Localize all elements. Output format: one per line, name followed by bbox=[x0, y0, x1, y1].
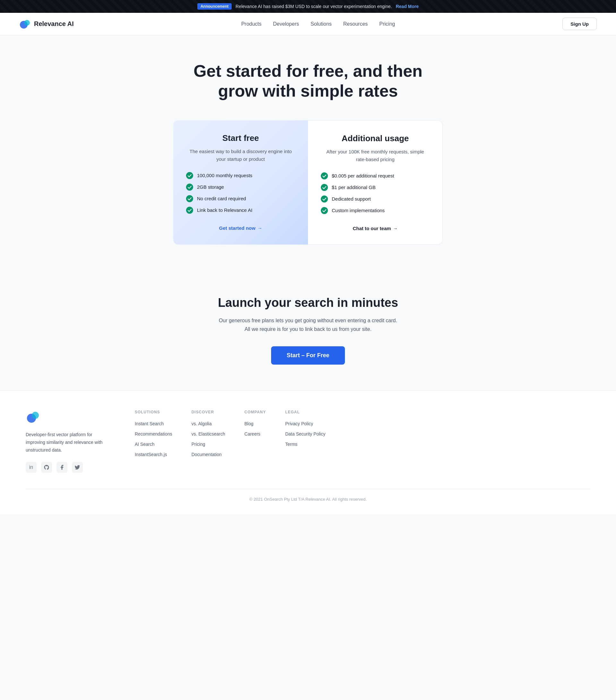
footer-link-pricing[interactable]: Pricing bbox=[191, 442, 205, 447]
check-icon bbox=[321, 172, 328, 179]
signup-button[interactable]: Sign Up bbox=[563, 18, 597, 30]
free-card-title: Start free bbox=[186, 133, 295, 143]
svg-point-8 bbox=[321, 196, 328, 202]
footer-bottom: © 2021 OnSearch Pty Ltd T/A Relevance AI… bbox=[26, 489, 590, 502]
free-features: 100,000 monthly requests 2GB storage No … bbox=[186, 172, 295, 214]
footer-link-instant-search[interactable]: Instant Search bbox=[135, 421, 164, 426]
footer-columns: Solutions Instant Search Recommendations… bbox=[135, 410, 590, 473]
svg-point-4 bbox=[186, 195, 193, 202]
nav-developers[interactable]: Developers bbox=[273, 21, 299, 27]
paid-feature-1: $0.005 per additional request bbox=[321, 172, 430, 179]
footer-col-legal: Legal Privacy Policy Data Security Polic… bbox=[285, 410, 325, 473]
footer-link-careers[interactable]: Careers bbox=[244, 432, 261, 437]
footer-link-documentation[interactable]: Documentation bbox=[191, 452, 222, 457]
footer: Developer-first vector platform for impr… bbox=[0, 390, 616, 514]
nav-links: Products Developers Solutions Resources … bbox=[241, 21, 395, 27]
footer-link-ai-search[interactable]: AI Search bbox=[135, 442, 154, 447]
svg-point-5 bbox=[186, 207, 193, 214]
social-links: in bbox=[26, 462, 109, 473]
check-icon bbox=[186, 184, 193, 191]
pricing-cards: Start free The easiest way to build a di… bbox=[164, 120, 452, 245]
svg-point-11 bbox=[32, 412, 39, 419]
footer-col-solutions-heading: Solutions bbox=[135, 410, 172, 414]
footer-col-solutions: Solutions Instant Search Recommendations… bbox=[135, 410, 172, 473]
github-icon[interactable] bbox=[41, 462, 52, 473]
footer-brand: Developer-first vector platform for impr… bbox=[26, 410, 109, 473]
start-for-free-button[interactable]: Start – For Free bbox=[271, 346, 344, 365]
nav-pricing[interactable]: Pricing bbox=[379, 21, 395, 27]
free-feature-3: No credit card required bbox=[186, 195, 295, 202]
check-icon bbox=[186, 195, 193, 202]
announcement-bar: Announcement Relevance AI has raised $3M… bbox=[0, 0, 616, 13]
footer-col-company-heading: Company bbox=[244, 410, 266, 414]
navbar: Relevance AI Products Developers Solutio… bbox=[0, 13, 616, 35]
launch-description: Our generous free plans lets you get goi… bbox=[218, 316, 398, 334]
linkedin-icon[interactable]: in bbox=[26, 462, 37, 473]
footer-link-terms[interactable]: Terms bbox=[285, 442, 298, 447]
footer-top: Developer-first vector platform for impr… bbox=[26, 410, 590, 473]
check-icon bbox=[321, 184, 328, 191]
paid-card: Additional usage After your 100K free mo… bbox=[308, 120, 443, 245]
nav-solutions[interactable]: Solutions bbox=[311, 21, 332, 27]
nav-products[interactable]: Products bbox=[241, 21, 262, 27]
svg-point-2 bbox=[186, 172, 193, 179]
free-card: Start free The easiest way to build a di… bbox=[173, 120, 308, 245]
footer-col-company: Company Blog Careers bbox=[244, 410, 266, 473]
footer-col-legal-heading: Legal bbox=[285, 410, 325, 414]
footer-link-blog[interactable]: Blog bbox=[244, 421, 253, 426]
footer-col-discover-heading: Discover bbox=[191, 410, 225, 414]
check-icon bbox=[321, 196, 328, 202]
footer-col-discover: Discover vs. Algolia vs. Elasticsearch P… bbox=[191, 410, 225, 473]
paid-feature-4: Custom implementations bbox=[321, 207, 430, 214]
facebook-icon[interactable] bbox=[56, 462, 67, 473]
announcement-text: Relevance AI has raised $3M USD to scale… bbox=[236, 4, 392, 9]
footer-tagline: Developer-first vector platform for impr… bbox=[26, 431, 109, 454]
footer-link-vs-elasticsearch[interactable]: vs. Elasticsearch bbox=[191, 432, 225, 437]
free-feature-2: 2GB storage bbox=[186, 184, 295, 191]
launch-title: Launch your search in minutes bbox=[7, 296, 609, 310]
hero-section: Get started for free, and then grow with… bbox=[0, 35, 616, 264]
hero-title: Get started for free, and then grow with… bbox=[186, 61, 430, 101]
footer-link-instantsearchjs[interactable]: InstantSearch.js bbox=[135, 452, 167, 457]
check-icon bbox=[321, 207, 328, 214]
free-feature-4: Link back to Relevance AI bbox=[186, 207, 295, 214]
launch-section: Launch your search in minutes Our genero… bbox=[0, 264, 616, 390]
paid-feature-2: $1 per additional GB bbox=[321, 184, 430, 191]
get-started-link[interactable]: Get started now → bbox=[219, 225, 262, 231]
copyright-text: © 2021 OnSearch Pty Ltd T/A Relevance AI… bbox=[249, 497, 367, 502]
announcement-link[interactable]: Read More bbox=[395, 4, 419, 9]
footer-link-recommendations[interactable]: Recommendations bbox=[135, 432, 172, 437]
footer-link-vs-algolia[interactable]: vs. Algolia bbox=[191, 421, 212, 426]
svg-point-6 bbox=[321, 172, 328, 179]
free-card-description: The easiest way to build a discovery eng… bbox=[186, 148, 295, 163]
svg-point-7 bbox=[321, 184, 328, 191]
chat-team-link[interactable]: Chat to our team → bbox=[353, 226, 398, 231]
paid-card-title: Additional usage bbox=[321, 134, 430, 143]
footer-link-data-security[interactable]: Data Security Policy bbox=[285, 432, 325, 437]
svg-point-1 bbox=[24, 20, 30, 26]
footer-logo-icon bbox=[26, 410, 40, 424]
svg-point-9 bbox=[321, 207, 328, 214]
paid-feature-3: Dedicated support bbox=[321, 196, 430, 202]
nav-resources[interactable]: Resources bbox=[343, 21, 368, 27]
check-icon bbox=[186, 172, 193, 179]
svg-point-3 bbox=[186, 184, 193, 191]
twitter-icon[interactable] bbox=[72, 462, 83, 473]
logo-icon bbox=[19, 18, 31, 30]
check-icon bbox=[186, 207, 193, 214]
footer-logo bbox=[26, 410, 109, 425]
free-feature-1: 100,000 monthly requests bbox=[186, 172, 295, 179]
footer-link-privacy[interactable]: Privacy Policy bbox=[285, 421, 313, 426]
announcement-badge: Announcement bbox=[197, 3, 231, 10]
paid-features: $0.005 per additional request $1 per add… bbox=[321, 172, 430, 214]
paid-card-description: After your 100K free monthly requests, s… bbox=[321, 148, 430, 163]
logo[interactable]: Relevance AI bbox=[19, 18, 74, 30]
logo-text: Relevance AI bbox=[34, 20, 74, 28]
